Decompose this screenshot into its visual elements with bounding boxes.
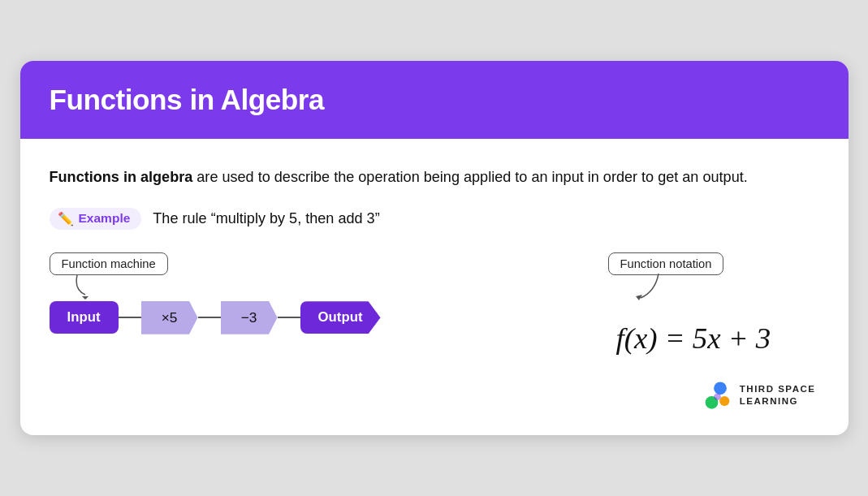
logo-line2: LEARNING <box>740 395 816 408</box>
machine-callout-container: Function machine <box>50 252 168 300</box>
function-machine-arrow <box>67 275 108 300</box>
svg-marker-0 <box>82 296 89 300</box>
notation-formula: f(x) = 5x + 3 <box>608 321 771 356</box>
example-badge-label: Example <box>79 211 131 226</box>
card-header: Functions in Algebra <box>20 61 849 139</box>
card-body: Functions in algebra are used to describ… <box>20 139 849 435</box>
notation-label: Function notation <box>608 252 724 275</box>
card: Functions in Algebra Functions in algebr… <box>20 61 849 435</box>
description-text: are used to describe the operation being… <box>192 169 747 185</box>
logo-icon <box>697 378 732 412</box>
example-row: ✏️ Example The rule “multiply by 5, then… <box>50 208 819 230</box>
output-button: Output <box>300 301 381 334</box>
logo-text: THIRD SPACE LEARNING <box>740 383 816 408</box>
logo-line1: THIRD SPACE <box>740 383 816 395</box>
footer-logo: THIRD SPACE LEARNING <box>50 378 819 412</box>
svg-point-3 <box>719 396 729 406</box>
notation-callout-container: Function notation <box>608 252 724 303</box>
description-bold: Functions in algebra <box>50 169 193 185</box>
svg-point-5 <box>714 393 721 400</box>
step1-pentagon: ×5 <box>141 301 198 334</box>
function-machine-label: Function machine <box>50 252 168 275</box>
pencil-icon: ✏️ <box>58 211 74 226</box>
notation-arrow <box>624 274 673 303</box>
connector-1 <box>119 317 141 318</box>
machine-flow: Input ×5 −3 Output <box>50 301 381 334</box>
input-button: Input <box>50 301 119 334</box>
function-machine-section: Function machine Input ×5 <box>50 252 592 334</box>
example-text: The rule “multiply by 5, then add 3” <box>153 210 379 227</box>
connector-2 <box>198 317 221 318</box>
diagram-area: Function machine Input ×5 <box>50 252 819 356</box>
svg-point-2 <box>714 382 727 395</box>
step2-pentagon: −3 <box>221 301 278 334</box>
function-notation-section: Function notation f(x) = 5x + 3 <box>608 252 819 356</box>
example-badge: ✏️ Example <box>50 208 142 230</box>
formula-display: f(x) = 5x + 3 <box>616 321 771 355</box>
connector-3 <box>278 317 300 318</box>
page-title: Functions in Algebra <box>50 84 819 116</box>
description: Functions in algebra are used to describ… <box>50 165 819 190</box>
